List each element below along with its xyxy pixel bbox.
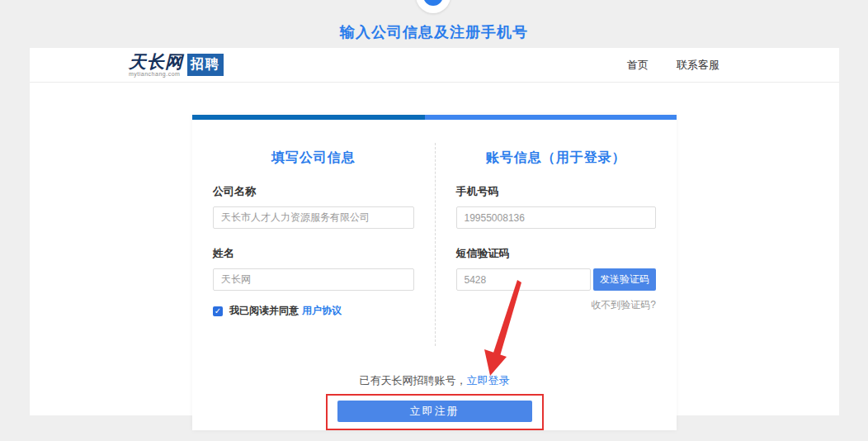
cannot-receive-code-link[interactable]: 收不到验证码? <box>456 298 657 312</box>
registration-card: 填写公司信息 公司名称 姓名 ✓ 我已阅读并同意 用户协议 账号信息（用于登录）… <box>192 115 677 430</box>
topbar: 天长网 mytianchang.com 招聘 首页 联系客服 <box>30 48 839 83</box>
step-indicator-dot <box>423 0 443 6</box>
logo-badge: 招聘 <box>187 54 224 76</box>
company-section-heading: 填写公司信息 <box>213 149 414 167</box>
step-indicator <box>416 0 451 13</box>
account-section-heading: 账号信息（用于登录） <box>456 149 657 167</box>
contact-name-label: 姓名 <box>213 246 414 261</box>
phone-number-label: 手机号码 <box>456 184 657 199</box>
nav-home[interactable]: 首页 <box>627 58 649 73</box>
company-name-label: 公司名称 <box>213 184 414 199</box>
user-agreement-link[interactable]: 用户协议 <box>302 304 342 318</box>
send-code-button[interactable]: 发送验证码 <box>593 268 656 291</box>
company-info-section: 填写公司信息 公司名称 姓名 ✓ 我已阅读并同意 用户协议 <box>192 143 435 346</box>
agreement-checkbox[interactable]: ✓ <box>213 306 223 316</box>
annotation-highlight-box: 立即注册 <box>326 394 544 430</box>
contact-name-input[interactable] <box>213 268 414 291</box>
logo-domain: mytianchang.com <box>129 71 183 77</box>
agreement-row: ✓ 我已阅读并同意 用户协议 <box>213 304 414 318</box>
top-nav: 首页 联系客服 <box>627 58 719 73</box>
page-title: 输入公司信息及注册手机号 <box>0 22 868 42</box>
register-now-button[interactable]: 立即注册 <box>337 401 532 422</box>
sms-code-label: 短信验证码 <box>456 246 657 261</box>
site-logo[interactable]: 天长网 mytianchang.com 招聘 <box>129 53 224 77</box>
phone-number-input[interactable] <box>456 206 657 229</box>
form-columns: 填写公司信息 公司名称 姓名 ✓ 我已阅读并同意 用户协议 账号信息（用于登录）… <box>192 143 677 346</box>
card-accent-border <box>192 115 677 120</box>
sms-code-input[interactable] <box>456 268 592 291</box>
main-content: 天长网 mytianchang.com 招聘 首页 联系客服 填写公司信息 公司… <box>30 48 839 415</box>
sms-code-row: 发送验证码 <box>456 268 657 291</box>
logo-name: 天长网 <box>129 53 183 70</box>
card-footer: 已有天长网招聘账号，立即登录 立即注册 <box>192 346 677 430</box>
account-info-section: 账号信息（用于登录） 手机号码 短信验证码 发送验证码 收不到验证码? <box>435 143 677 346</box>
nav-contact-support[interactable]: 联系客服 <box>677 58 719 73</box>
company-name-input[interactable] <box>213 206 414 229</box>
agreement-text: 我已阅读并同意 <box>229 304 299 318</box>
existing-account-text: 已有天长网招聘账号， <box>360 374 467 386</box>
login-now-link[interactable]: 立即登录 <box>467 374 510 386</box>
